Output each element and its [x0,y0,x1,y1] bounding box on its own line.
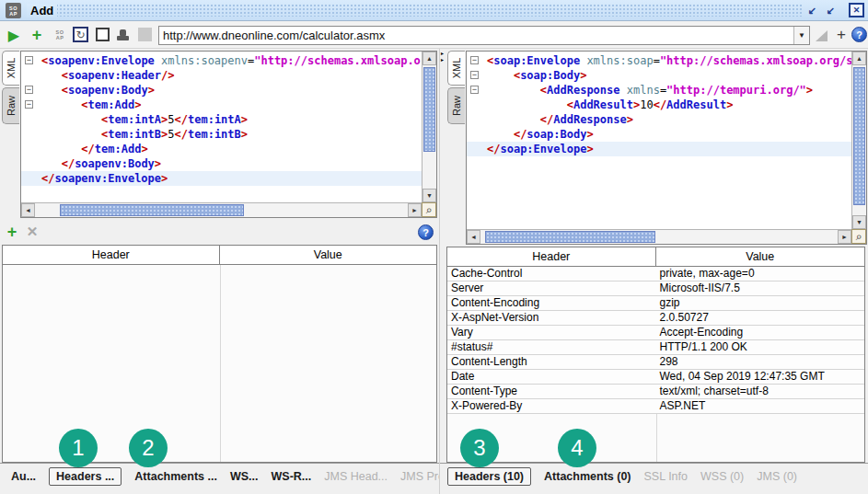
scroll-down-icon[interactable]: ▼ [422,189,436,202]
header-row[interactable]: X-AspNet-Version2.0.50727 [447,311,864,326]
header-name-cell[interactable]: Content-Length [447,355,656,369]
tab-response-raw[interactable]: Raw [447,87,465,124]
scroll-up-icon[interactable]: ▲ [422,52,436,65]
tab-headers[interactable]: Headers ... [49,467,122,486]
header-row[interactable]: VaryAccept-Encoding [447,326,864,340]
xml-line[interactable]: − <soap:Body> [467,68,851,83]
value-column-label[interactable]: Value [656,247,865,266]
submit-request-button[interactable]: ▶ [6,27,22,43]
header-name-cell[interactable]: Content-Encoding [447,296,656,310]
scroll-thumb[interactable] [485,231,655,243]
create-empty-request-button[interactable] [96,28,110,41]
headers-help-icon[interactable]: ? [418,224,434,240]
split-divider-collapse-icon[interactable]: ▸ ▸ [441,51,446,63]
restore-window-icon[interactable]: ↙ [823,4,838,17]
value-column-label[interactable]: Value [220,246,437,264]
request-horizontal-scrollbar[interactable]: ◄ ► [21,202,422,217]
delete-header-button[interactable]: ✕ [24,224,41,240]
fold-toggle-icon[interactable]: − [25,86,33,94]
scroll-up-icon[interactable]: ▲ [852,52,866,65]
header-row[interactable]: DateWed, 04 Sep 2019 12:47:35 GMT [447,370,864,385]
xml-line[interactable]: </soapenv:Envelope> [21,171,422,186]
header-name-cell[interactable]: Server [447,281,656,295]
tab-ws-r[interactable]: WS-R... [272,470,312,483]
minimize-window-icon[interactable]: ↙ [804,4,819,17]
help-icon[interactable]: ? [851,27,867,42]
header-name-cell[interactable]: Cache-Control [447,267,656,281]
response-xml-code[interactable]: −<soap:Envelope xmlns:soap="http://schem… [467,52,851,229]
header-name-cell[interactable]: Vary [447,326,656,339]
header-name-cell[interactable]: Content-Type [447,385,656,398]
header-value-cell[interactable]: text/xml; charset=utf-8 [656,385,865,398]
request-xml-code[interactable]: −<soapenv:Envelope xmlns:soapenv="http:/… [21,52,422,202]
header-value-cell[interactable]: 298 [656,355,865,369]
xml-line[interactable]: − <AddResponse xmlns="http://tempuri.org… [467,83,851,98]
xml-line[interactable]: −<soapenv:Envelope xmlns:soapenv="http:/… [21,53,422,68]
xml-line[interactable]: − <soapenv:Body> [21,83,422,98]
header-name-cell[interactable]: Date [447,370,656,384]
tab-attachments[interactable]: Attachments ... [134,470,217,483]
tab-request-raw[interactable]: Raw [2,87,19,124]
header-row[interactable]: Content-Length298 [447,355,864,370]
header-value-cell[interactable]: HTTP/1.1 200 OK [656,340,865,354]
request-xml-editor[interactable]: −<soapenv:Envelope xmlns:soapenv="http:/… [20,51,437,218]
window-titlebar[interactable]: SO AP Add ↙ ↙ ✕ [0,0,868,21]
header-row[interactable]: ServerMicrosoft-IIS/7.5 [447,281,864,296]
xml-line[interactable]: −<soap:Envelope xmlns:soap="http://schem… [467,53,851,68]
xml-line[interactable]: − <tem:Add> [21,98,422,112]
recreate-request-button[interactable]: ↻ [73,27,88,42]
header-name-cell[interactable]: X-Powered-By [447,399,656,413]
header-value-cell[interactable]: Accept-Encoding [656,326,865,339]
soap-action-icon[interactable]: SO AP [52,27,68,43]
xml-line[interactable]: </tem:Add> [21,142,422,156]
tab-ws[interactable]: WS... [230,470,259,483]
scroll-left-icon[interactable]: ◄ [467,230,480,244]
header-row[interactable]: Content-Typetext/xml; charset=utf-8 [447,385,864,399]
scroll-thumb[interactable] [853,67,865,205]
header-value-cell[interactable]: Wed, 04 Sep 2019 12:47:35 GMT [656,370,865,384]
endpoint-combobox[interactable]: ▼ [158,26,810,45]
header-row[interactable]: Content-Encodinggzip [447,296,864,311]
tab-headers-10[interactable]: Headers (10) [447,467,531,486]
scroll-down-icon[interactable]: ▼ [852,215,866,229]
format-xml-icon[interactable]: ⌕ [851,229,866,244]
header-value-cell[interactable]: private, max-age=0 [656,267,865,281]
tab-request-xml[interactable]: XML [2,51,19,86]
fold-toggle-icon[interactable]: − [25,56,33,64]
add-header-button[interactable]: + [4,224,20,240]
header-value-cell[interactable]: gzip [656,296,865,310]
add-endpoint-button[interactable]: + [834,27,849,43]
xml-line[interactable]: </soap:Envelope> [467,142,851,156]
endpoint-dropdown-icon[interactable]: ▼ [793,27,809,44]
close-window-icon[interactable]: ✕ [849,3,864,17]
xml-line[interactable]: </soapenv:Body> [21,156,422,171]
clone-request-button[interactable] [117,28,133,44]
response-horizontal-scrollbar[interactable]: ◄ ► [467,229,851,244]
fold-toggle-icon[interactable]: − [470,56,479,64]
scroll-left-icon[interactable]: ◄ [21,203,35,217]
header-column-label[interactable]: Header [447,247,656,266]
xml-line[interactable]: </soap:Body> [467,127,851,142]
header-name-cell[interactable]: #status# [447,340,656,354]
scroll-thumb[interactable] [60,204,244,216]
fold-toggle-icon[interactable]: − [470,71,479,79]
format-xml-icon[interactable]: ⌕ [422,202,436,217]
fold-toggle-icon[interactable]: − [25,100,33,109]
header-row[interactable]: Cache-Controlprivate, max-age=0 [447,267,864,281]
header-name-cell[interactable]: X-AspNet-Version [447,311,656,325]
xml-line[interactable]: <tem:intA>5</tem:intA> [21,112,422,127]
scroll-thumb[interactable] [423,67,435,152]
header-value-cell[interactable]: ASP.NET [656,399,865,413]
header-value-cell[interactable]: Microsoft-IIS/7.5 [656,281,865,295]
tab-response-xml[interactable]: XML [447,51,465,86]
header-value-cell[interactable]: 2.0.50727 [656,311,865,325]
header-row[interactable]: #status#HTTP/1.1 200 OK [447,340,864,355]
header-column-label[interactable]: Header [3,246,220,264]
response-vertical-scrollbar[interactable]: ▲ ▼ [851,52,866,229]
xml-line[interactable]: <AddResult>10</AddResult> [467,98,851,112]
add-to-testcase-button[interactable]: + [29,27,45,43]
response-xml-editor[interactable]: −<soap:Envelope xmlns:soap="http://schem… [466,51,867,245]
request-vertical-scrollbar[interactable]: ▲ ▼ [422,52,436,202]
tab-au[interactable]: Au... [11,470,36,483]
fold-toggle-icon[interactable]: − [470,86,479,94]
